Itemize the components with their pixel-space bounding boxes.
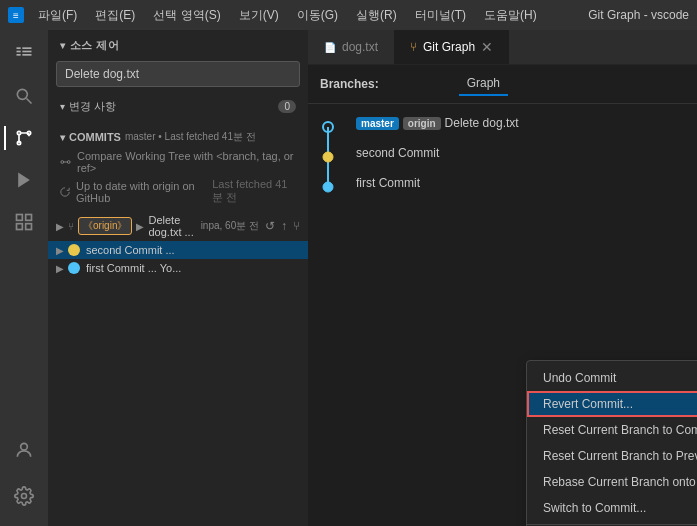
origin-commit-bar[interactable]: ▶ ⑂ 《origin》 ▶ Delete dog.txt ... inpa, … bbox=[48, 211, 308, 241]
changes-count-badge: 0 bbox=[278, 100, 296, 113]
file-icon: 📄 bbox=[324, 42, 336, 53]
expand-icon: ▶ bbox=[56, 221, 64, 232]
app-icon: ≡ bbox=[8, 7, 24, 23]
right-panel: 📄 dog.txt ⑂ Git Graph ✕ Branches: Graph bbox=[308, 30, 697, 526]
branch-icon[interactable]: ⑂ bbox=[293, 219, 300, 233]
svg-rect-12 bbox=[17, 215, 23, 221]
graph-svg-column bbox=[308, 104, 348, 526]
menu-file[interactable]: 파일(F) bbox=[30, 5, 85, 26]
activity-account[interactable] bbox=[4, 430, 44, 470]
svg-rect-14 bbox=[17, 224, 23, 230]
origin-branch-tag: origin bbox=[403, 117, 441, 130]
tab-close-button[interactable]: ✕ bbox=[481, 39, 493, 55]
git-graph-tab-icon: ⑂ bbox=[410, 40, 417, 54]
context-menu-switch-to[interactable]: Switch to Commit... bbox=[527, 495, 697, 521]
commit-message-input[interactable] bbox=[56, 61, 300, 87]
activity-source-control[interactable] bbox=[4, 118, 44, 158]
window-title: Git Graph - vscode bbox=[588, 8, 689, 22]
svg-rect-13 bbox=[26, 215, 32, 221]
undo-icon[interactable]: ↺ bbox=[265, 219, 275, 233]
commit-row-second[interactable]: second Commit bbox=[348, 138, 697, 168]
svg-rect-3 bbox=[22, 47, 31, 49]
commit-row-first[interactable]: first Commit bbox=[348, 168, 697, 198]
menu-edit[interactable]: 편집(E) bbox=[87, 5, 143, 26]
titlebar: ≡ 파일(F) 편집(E) 선택 영역(S) 보기(V) 이동(G) 실행(R)… bbox=[0, 0, 697, 30]
activity-extensions[interactable] bbox=[4, 202, 44, 242]
activity-search[interactable] bbox=[4, 76, 44, 116]
sidebar: ▾ 소스 제어 ▾ 변경 사항 0 ▾ COMMITS master • Las… bbox=[48, 30, 308, 526]
svg-rect-2 bbox=[17, 54, 21, 56]
menu-run[interactable]: 실행(R) bbox=[348, 5, 405, 26]
menu-help[interactable]: 도움말(H) bbox=[476, 5, 545, 26]
menu-bar: 파일(F) 편집(E) 선택 영역(S) 보기(V) 이동(G) 실행(R) 터… bbox=[30, 5, 545, 26]
svg-rect-15 bbox=[26, 224, 32, 230]
activity-run[interactable] bbox=[4, 160, 44, 200]
activity-explorer[interactable] bbox=[4, 34, 44, 74]
svg-point-24 bbox=[323, 182, 333, 192]
second-commit-item[interactable]: ▶ second Commit ... bbox=[48, 241, 308, 259]
menu-select[interactable]: 선택 영역(S) bbox=[145, 5, 228, 26]
tab-bar: 📄 dog.txt ⑂ Git Graph ✕ bbox=[308, 30, 697, 65]
svg-point-18 bbox=[61, 161, 64, 164]
menu-go[interactable]: 이동(G) bbox=[289, 5, 346, 26]
svg-point-8 bbox=[17, 131, 20, 134]
activity-bottom bbox=[4, 430, 44, 526]
up-to-date-action[interactable]: Up to date with origin on GitHub Last fe… bbox=[60, 176, 296, 207]
svg-rect-0 bbox=[17, 47, 21, 49]
commit-chevron-icon: ▶ bbox=[56, 263, 64, 274]
context-menu-overlay: Undo Commit Revert Commit... Reset Curre… bbox=[526, 360, 697, 526]
context-menu-reset-to-commit[interactable]: Reset Current Branch to Commit... bbox=[527, 417, 697, 443]
context-menu: Undo Commit Revert Commit... Reset Curre… bbox=[526, 360, 697, 526]
first-commit-item[interactable]: ▶ first Commit ... Yo... bbox=[48, 259, 308, 277]
svg-rect-4 bbox=[22, 51, 31, 53]
context-menu-undo-commit[interactable]: Undo Commit bbox=[527, 365, 697, 391]
commit-chevron-icon: ▶ bbox=[56, 245, 64, 256]
commit-row-master[interactable]: master origin Delete dog.txt bbox=[348, 108, 697, 138]
commit-graph-svg bbox=[308, 112, 348, 202]
svg-point-17 bbox=[22, 494, 27, 499]
commit-dot-blue bbox=[68, 262, 80, 274]
push-icon[interactable]: ↑ bbox=[281, 219, 287, 233]
svg-point-16 bbox=[21, 443, 28, 450]
menu-view[interactable]: 보기(V) bbox=[231, 5, 287, 26]
menu-terminal[interactable]: 터미널(T) bbox=[407, 5, 474, 26]
main-layout: ▾ 소스 제어 ▾ 변경 사항 0 ▾ COMMITS master • Las… bbox=[0, 30, 697, 526]
svg-point-6 bbox=[17, 89, 27, 99]
svg-rect-5 bbox=[22, 54, 31, 56]
svg-line-7 bbox=[27, 99, 32, 104]
context-menu-rebase[interactable]: Rebase Current Branch onto Commit... bbox=[527, 469, 697, 495]
chevron-down-icon: ▾ bbox=[60, 40, 66, 51]
commit-dot-yellow bbox=[68, 244, 80, 256]
branches-label: Branches: bbox=[320, 71, 391, 97]
tab-dog-txt[interactable]: 📄 dog.txt bbox=[308, 30, 394, 64]
svg-rect-1 bbox=[17, 51, 21, 53]
commits-actions: Compare Working Tree with <branch, tag, … bbox=[48, 144, 308, 211]
commits-section-title: ▾ COMMITS master • Last fetched 41분 전 bbox=[48, 118, 308, 144]
activity-settings[interactable] bbox=[4, 476, 44, 516]
changes-section: ▾ 변경 사항 0 bbox=[48, 95, 308, 118]
svg-marker-11 bbox=[18, 173, 30, 188]
svg-point-19 bbox=[67, 161, 70, 164]
activity-bar bbox=[0, 30, 48, 526]
context-menu-separator bbox=[527, 524, 697, 525]
chevron-right-icon: ▾ bbox=[60, 101, 65, 112]
svg-point-23 bbox=[323, 152, 333, 162]
compare-working-tree-action[interactable]: Compare Working Tree with <branch, tag, … bbox=[60, 148, 296, 176]
context-menu-reset-to-previous[interactable]: Reset Current Branch to Previous Commit.… bbox=[527, 443, 697, 469]
tab-git-graph[interactable]: ⑂ Git Graph ✕ bbox=[394, 30, 509, 64]
git-graph-header: Branches: Graph bbox=[308, 65, 697, 104]
context-menu-revert-commit[interactable]: Revert Commit... bbox=[527, 391, 697, 417]
commits-chevron-icon: ▾ bbox=[60, 132, 65, 143]
master-branch-tag: master bbox=[356, 117, 399, 130]
source-control-title: ▾ 소스 제어 bbox=[48, 30, 308, 57]
origin-tag: 《origin》 bbox=[78, 217, 132, 235]
graph-tab[interactable]: Graph bbox=[459, 72, 508, 96]
